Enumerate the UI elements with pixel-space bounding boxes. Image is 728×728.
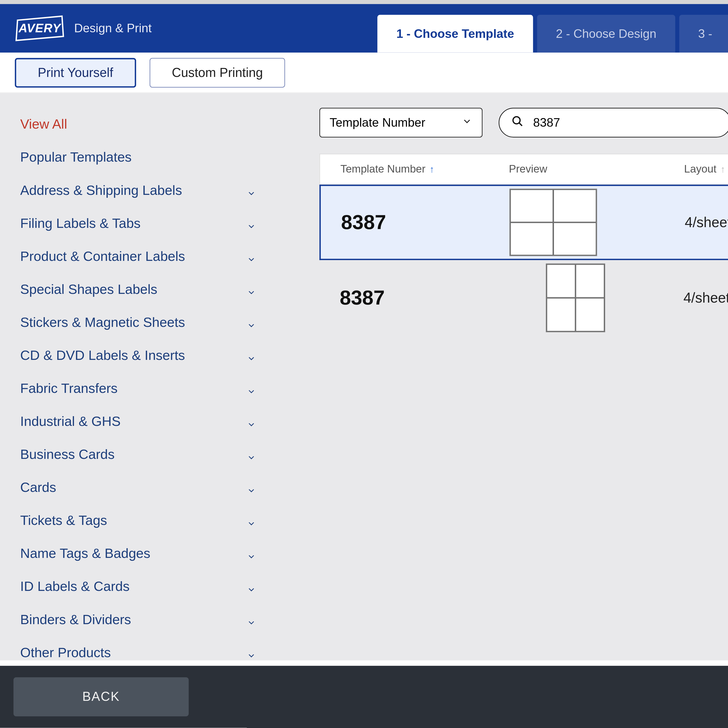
table-row[interactable]: 8387 4/sheet [320, 260, 728, 336]
tab-label: Print Yourself [38, 65, 113, 80]
sidebar-item-label: Tickets & Tags [20, 513, 107, 528]
col-label: Layout [684, 163, 716, 175]
brand-subtitle: Design & Print [74, 21, 151, 35]
svg-line-2 [519, 123, 522, 126]
search-field-dropdown[interactable]: Template Number [320, 108, 483, 138]
chevron-down-icon [247, 318, 256, 327]
step-choose-design[interactable]: 2 - Choose Design [537, 15, 675, 53]
step-label: 2 - Choose Design [556, 27, 656, 41]
table-row[interactable]: 8387 4/sheet [320, 185, 728, 260]
template-search[interactable] [499, 108, 728, 138]
sidebar-item-label: Filing Labels & Tabs [20, 216, 141, 231]
tab-print-yourself[interactable]: Print Yourself [15, 58, 136, 87]
filter-controls: Template Number [320, 108, 728, 138]
sidebar-item-label: Other Products [20, 645, 111, 661]
chevron-down-icon [247, 582, 256, 591]
chevron-down-icon [247, 252, 256, 261]
app-header: AVERY Design & Print 1 - Choose Template… [0, 4, 728, 53]
tab-custom-printing[interactable]: Custom Printing [150, 58, 285, 87]
sidebar-item-stickers-magnetic[interactable]: Stickers & Magnetic Sheets [20, 306, 256, 339]
step-three[interactable]: 3 - [679, 15, 728, 53]
sidebar-item-label: Fabric Transfers [20, 381, 118, 396]
chevron-down-icon [247, 351, 256, 360]
sidebar-item-other-products[interactable]: Other Products [20, 636, 256, 669]
cell-template-number: 8387 [340, 286, 508, 309]
tab-label: Custom Printing [172, 65, 263, 80]
avery-logo: AVERY [15, 14, 64, 43]
results-table: Template Number ↑ Preview Layout ↑ 8387 [320, 154, 728, 336]
chevron-down-icon [247, 219, 256, 228]
button-label: BACK [82, 690, 120, 704]
chevron-down-icon [247, 483, 256, 492]
svg-point-1 [513, 117, 520, 124]
cell-layout: 4/sheet [684, 289, 728, 306]
sidebar-item-label: Special Shapes Labels [20, 282, 157, 297]
sidebar-item-business-cards[interactable]: Business Cards [20, 438, 256, 471]
sidebar-item-label: Stickers & Magnetic Sheets [20, 315, 185, 330]
sort-asc-icon: ↑ [430, 164, 434, 174]
sidebar-item-address-shipping[interactable]: Address & Shipping Labels [20, 174, 256, 207]
chevron-down-icon [247, 615, 256, 624]
window-chrome-bar [0, 0, 728, 4]
sidebar-item-cards[interactable]: Cards [20, 471, 256, 504]
cell-template-number: 8387 [341, 211, 509, 234]
cell-preview [509, 189, 685, 256]
body: View All Popular Templates Address & Shi… [0, 93, 728, 660]
chevron-down-icon [247, 516, 256, 525]
wizard-steps: 1 - Choose Template 2 - Choose Design 3 … [373, 15, 728, 53]
dropdown-label: Template Number [330, 116, 425, 130]
col-preview: Preview [509, 163, 684, 175]
sidebar-item-label: Business Cards [20, 447, 115, 462]
chevron-down-icon [247, 648, 256, 658]
col-template-number[interactable]: Template Number ↑ [341, 163, 509, 175]
sidebar-item-name-tags[interactable]: Name Tags & Badges [20, 537, 256, 570]
sidebar-item-popular-templates[interactable]: Popular Templates [20, 141, 256, 174]
mode-row: Print Yourself Custom Printing [0, 53, 728, 93]
sidebar-item-fabric-transfers[interactable]: Fabric Transfers [20, 372, 256, 405]
search-icon [512, 115, 524, 130]
sidebar-item-label: Binders & Dividers [20, 612, 131, 627]
sidebar-item-label: View All [20, 116, 67, 132]
sidebar-item-tickets-tags[interactable]: Tickets & Tags [20, 504, 256, 537]
sort-icon: ↑ [720, 164, 725, 174]
step-choose-template[interactable]: 1 - Choose Template [378, 15, 533, 53]
table-header: Template Number ↑ Preview Layout ↑ [320, 154, 728, 185]
sidebar-item-view-all[interactable]: View All [20, 108, 256, 141]
sidebar-item-label: Address & Shipping Labels [20, 183, 182, 198]
col-label: Preview [509, 163, 547, 175]
preview-grid-4 [546, 263, 605, 332]
chevron-down-icon [247, 384, 256, 393]
sidebar-item-cd-dvd[interactable]: CD & DVD Labels & Inserts [20, 339, 256, 372]
sidebar-item-product-container[interactable]: Product & Container Labels [20, 240, 256, 273]
sidebar-item-label: Cards [20, 480, 56, 495]
sidebar-item-label: Product & Container Labels [20, 249, 185, 264]
category-sidebar: View All Popular Templates Address & Shi… [0, 93, 272, 660]
chevron-down-icon [247, 450, 256, 459]
sidebar-item-binders-dividers[interactable]: Binders & Dividers [20, 603, 256, 636]
cell-layout: 4/sheet [685, 214, 728, 231]
search-input[interactable] [532, 115, 718, 130]
footer-bar: BACK [0, 666, 728, 728]
sidebar-item-label: CD & DVD Labels & Inserts [20, 348, 185, 363]
chevron-down-icon [462, 116, 473, 130]
chevron-down-icon [247, 417, 256, 427]
sidebar-item-label: Industrial & GHS [20, 414, 121, 429]
sidebar-item-special-shapes[interactable]: Special Shapes Labels [20, 273, 256, 306]
step-label: 3 - [698, 27, 712, 41]
chevron-down-icon [247, 549, 256, 558]
sidebar-item-id-labels[interactable]: ID Labels & Cards [20, 570, 256, 603]
brand-block: AVERY Design & Print [0, 14, 151, 43]
main-panel: Template Number Template Number ↑ Previe… [272, 93, 728, 660]
back-button[interactable]: BACK [14, 677, 189, 716]
chevron-down-icon [247, 284, 256, 294]
sidebar-item-label: Name Tags & Badges [20, 546, 150, 561]
step-label: 1 - Choose Template [396, 27, 514, 41]
sidebar-item-filing-labels[interactable]: Filing Labels & Tabs [20, 207, 256, 240]
chevron-down-icon [247, 186, 256, 195]
col-layout[interactable]: Layout ↑ [684, 163, 728, 175]
sidebar-item-label: ID Labels & Cards [20, 579, 130, 594]
brand-logo-text: AVERY [19, 21, 61, 35]
col-label: Template Number [341, 163, 426, 175]
sidebar-item-industrial-ghs[interactable]: Industrial & GHS [20, 405, 256, 438]
preview-grid-4 [509, 189, 597, 256]
